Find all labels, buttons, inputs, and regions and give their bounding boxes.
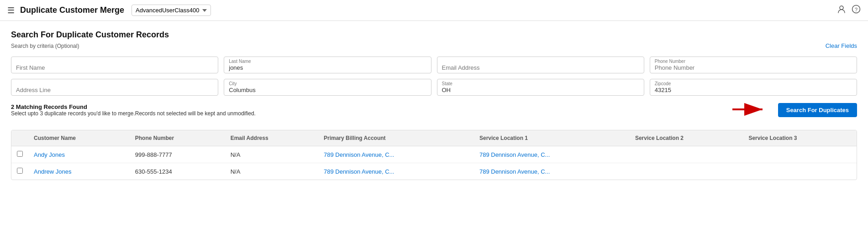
user-class-dropdown[interactable]: AdvancedUserClass400 [132, 5, 211, 16]
app-header: ☰ Duplicate Customer Merge AdvancedUserC… [0, 0, 868, 21]
row-customer-name: Andrew Jones [28, 163, 130, 180]
results-note: Select upto 3 duplicate records you'd li… [11, 110, 256, 117]
results-info: 2 Matching Records Found Select upto 3 d… [11, 103, 256, 117]
col-service-location-3: Service Location 3 [743, 130, 857, 146]
row-primary-billing: 789 Dennison Avenue, C... [318, 146, 474, 163]
row-service2 [630, 163, 743, 180]
page-content: Search For Duplicate Customer Records Se… [0, 21, 868, 189]
row-email: N/A [225, 163, 318, 180]
help-icon[interactable]: ? [852, 5, 861, 16]
header-icons: ? [837, 5, 861, 16]
form-row-1: Last Name Phone Number [11, 57, 857, 73]
row-checkbox-cell[interactable] [11, 163, 28, 180]
row-checkbox-0[interactable] [17, 151, 23, 157]
svg-point-0 [840, 6, 843, 10]
row-primary-billing: 789 Dennison Avenue, C... [318, 163, 474, 180]
city-input[interactable] [229, 82, 426, 93]
results-table-container: Customer Name Phone Number Email Address… [11, 130, 857, 180]
zipcode-label: Zipcode [655, 81, 671, 86]
row-customer-name: Andy Jones [28, 146, 130, 163]
page-title: Search For Duplicate Customer Records [11, 30, 857, 40]
first-name-field[interactable] [11, 57, 218, 73]
table-row: Andy Jones 999-888-7777 N/A 789 Dennison… [11, 146, 857, 163]
search-duplicates-button[interactable]: Search For Duplicates [778, 103, 857, 117]
service1-link[interactable]: 789 Dennison Avenue, C... [479, 168, 550, 175]
col-customer-name: Customer Name [28, 130, 130, 146]
search-criteria-row: Search by criteria (Optional) Clear Fiel… [11, 42, 857, 49]
primary-billing-link[interactable]: 789 Dennison Avenue, C... [324, 168, 394, 175]
col-service-location-2: Service Location 2 [630, 130, 743, 146]
city-label: City [229, 81, 237, 86]
form-row-2: City State Zipcode [11, 79, 857, 96]
table-row: Andrew Jones 630-555-1234 N/A 789 Dennis… [11, 163, 857, 180]
row-service1: 789 Dennison Avenue, C... [474, 163, 630, 180]
results-section: 2 Matching Records Found Select upto 3 d… [11, 103, 857, 123]
customer-name-link[interactable]: Andrew Jones [34, 168, 71, 175]
row-service3 [743, 163, 857, 180]
state-field[interactable]: State [437, 79, 644, 96]
col-primary-billing: Primary Billing Account [318, 130, 474, 146]
row-service3 [743, 146, 857, 163]
city-field[interactable]: City [224, 79, 431, 96]
red-arrow-icon [731, 103, 767, 117]
first-name-input[interactable] [16, 60, 213, 71]
row-service1: 789 Dennison Avenue, C... [474, 146, 630, 163]
row-email: N/A [225, 146, 318, 163]
zipcode-field[interactable]: Zipcode [650, 79, 857, 96]
results-count: 2 Matching Records Found [11, 103, 256, 110]
last-name-label: Last Name [229, 59, 251, 64]
col-phone-number: Phone Number [130, 130, 225, 146]
row-checkbox-cell[interactable] [11, 146, 28, 163]
results-table: Customer Name Phone Number Email Address… [11, 130, 857, 180]
svg-text:?: ? [855, 7, 857, 12]
row-phone: 999-888-7777 [130, 146, 225, 163]
row-checkbox-1[interactable] [17, 168, 23, 174]
phone-field[interactable]: Phone Number [650, 57, 857, 73]
zipcode-input[interactable] [655, 82, 852, 93]
email-input[interactable] [442, 60, 639, 71]
results-header: 2 Matching Records Found Select upto 3 d… [11, 103, 857, 117]
col-email-address: Email Address [225, 130, 318, 146]
phone-label: Phone Number [655, 59, 685, 64]
col-service-location-1: Service Location 1 [474, 130, 630, 146]
app-title: Duplicate Customer Merge [20, 5, 124, 15]
row-phone: 630-555-1234 [130, 163, 225, 180]
state-input[interactable] [442, 82, 639, 93]
search-btn-area: Search For Duplicates [731, 103, 857, 117]
email-field[interactable] [437, 57, 644, 73]
menu-icon[interactable]: ☰ [7, 5, 15, 15]
state-label: State [442, 81, 452, 86]
primary-billing-link[interactable]: 789 Dennison Avenue, C... [324, 151, 394, 158]
last-name-field[interactable]: Last Name [224, 57, 431, 73]
address-input[interactable] [16, 82, 213, 93]
user-icon[interactable] [837, 5, 846, 16]
row-service2 [630, 146, 743, 163]
service1-link[interactable]: 789 Dennison Avenue, C... [479, 151, 550, 158]
clear-fields-link[interactable]: Clear Fields [826, 42, 857, 49]
address-field[interactable] [11, 79, 218, 96]
col-checkbox [11, 130, 28, 146]
last-name-input[interactable] [229, 60, 426, 71]
customer-name-link[interactable]: Andy Jones [34, 151, 65, 158]
table-header-row: Customer Name Phone Number Email Address… [11, 130, 857, 146]
search-criteria-label: Search by criteria (Optional) [11, 43, 79, 49]
